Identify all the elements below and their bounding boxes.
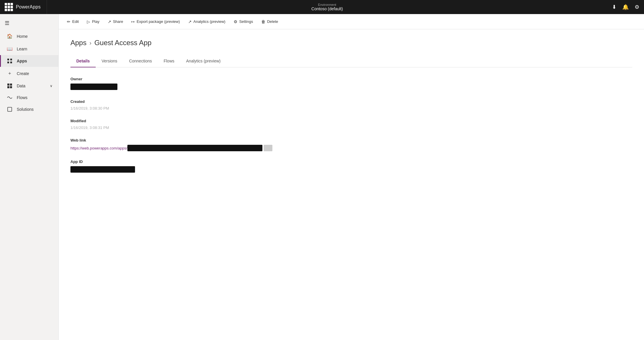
data-icon xyxy=(7,84,13,88)
breadcrumb: Apps › Guest Access App xyxy=(70,39,632,47)
weblink-copy-icon[interactable] xyxy=(264,145,272,151)
modified-section: Modified 1/16/2019, 3:08:31 PM xyxy=(70,119,632,130)
svg-rect-4 xyxy=(7,84,9,86)
tab-analytics[interactable]: Analytics (preview) xyxy=(180,55,226,67)
page-content: Apps › Guest Access App Details Versions… xyxy=(59,29,644,340)
sidebar-item-label-learn: Learn xyxy=(17,47,27,51)
export-button[interactable]: ↦ Export package (preview) xyxy=(128,17,183,26)
logo-area: PowerApps xyxy=(0,0,47,14)
tab-connections[interactable]: Connections xyxy=(123,55,158,67)
sidebar-item-create[interactable]: ＋ Create xyxy=(0,67,58,80)
modified-label: Modified xyxy=(70,119,632,123)
svg-rect-3 xyxy=(10,62,12,63)
modified-value: 1/16/2019, 3:08:31 PM xyxy=(70,125,632,130)
top-bar-actions: ⬇ 🔔 ⚙ xyxy=(607,4,644,10)
app-title: PowerApps xyxy=(16,4,41,10)
environment-info: Environment Contoso (default) xyxy=(311,3,343,11)
sidebar-item-label-solutions: Solutions xyxy=(17,107,34,112)
export-label: Export package (preview) xyxy=(136,19,180,24)
owner-label: Owner xyxy=(70,77,632,81)
play-label: Play xyxy=(92,19,99,24)
tab-flows[interactable]: Flows xyxy=(158,55,180,67)
svg-rect-8 xyxy=(8,107,12,111)
breadcrumb-separator: › xyxy=(90,40,92,46)
edit-icon: ✏ xyxy=(67,19,70,24)
created-value: 1/16/2019, 3:08:30 PM xyxy=(70,106,632,110)
learn-icon: 📖 xyxy=(7,46,13,52)
share-button[interactable]: ↗ Share xyxy=(104,17,127,26)
share-label: Share xyxy=(113,19,123,24)
sidebar-item-flows[interactable]: Flows xyxy=(0,92,58,103)
settings-gear-icon: ⚙ xyxy=(234,19,237,24)
download-icon[interactable]: ⬇ xyxy=(612,4,616,10)
breadcrumb-current: Guest Access App xyxy=(94,39,151,47)
svg-rect-1 xyxy=(10,59,12,60)
appid-section: App ID xyxy=(70,159,632,174)
analytics-label: Analytics (preview) xyxy=(193,19,225,24)
solutions-icon xyxy=(7,107,13,112)
weblink-redacted xyxy=(127,145,262,151)
sidebar-item-label-home: Home xyxy=(17,34,28,39)
svg-rect-6 xyxy=(7,86,9,88)
play-button[interactable]: ▷ Play xyxy=(83,17,103,26)
created-section: Created 1/16/2019, 3:08:30 PM xyxy=(70,99,632,110)
weblink-label: Web link xyxy=(70,138,632,142)
owner-value-redacted xyxy=(70,84,117,90)
sidebar-item-solutions[interactable]: Solutions xyxy=(0,103,58,115)
environment-label: Environment xyxy=(311,3,343,6)
play-icon: ▷ xyxy=(87,19,90,24)
svg-rect-0 xyxy=(7,59,9,60)
owner-section: Owner xyxy=(70,77,632,91)
tab-details[interactable]: Details xyxy=(70,55,96,67)
edit-label: Edit xyxy=(72,19,79,24)
sidebar-item-home[interactable]: 🏠 Home xyxy=(0,30,58,42)
breadcrumb-parent[interactable]: Apps xyxy=(70,39,87,47)
analytics-button[interactable]: ↗ Analytics (preview) xyxy=(185,17,229,26)
weblink-section: Web link https://web.powerapps.com/apps/ xyxy=(70,138,632,151)
delete-button[interactable]: 🗑 Delete xyxy=(258,17,282,26)
svg-rect-7 xyxy=(10,86,12,88)
sidebar-item-label-apps: Apps xyxy=(17,59,27,63)
share-icon: ↗ xyxy=(108,19,111,24)
settings-label: Settings xyxy=(239,19,253,24)
sidebar-item-label-create: Create xyxy=(17,71,29,76)
delete-icon: 🗑 xyxy=(261,19,265,24)
export-icon: ↦ xyxy=(131,19,135,24)
edit-button[interactable]: ✏ Edit xyxy=(63,17,82,26)
sidebar-item-data[interactable]: Data ∨ xyxy=(0,80,58,92)
top-bar: PowerApps Environment Contoso (default) … xyxy=(0,0,644,14)
sidebar-item-apps[interactable]: Apps xyxy=(0,55,58,67)
settings-button[interactable]: ⚙ Settings xyxy=(230,17,257,26)
sidebar: ☰ 🏠 Home 📖 Learn Apps ＋ Create xyxy=(0,14,59,340)
delete-label: Delete xyxy=(267,19,278,24)
main-layout: ☰ 🏠 Home 📖 Learn Apps ＋ Create xyxy=(0,14,644,340)
flows-icon xyxy=(7,96,13,100)
weblink-url[interactable]: https://web.powerapps.com/apps/ xyxy=(70,146,127,150)
tab-versions[interactable]: Versions xyxy=(96,55,123,67)
waffle-icon[interactable] xyxy=(5,3,13,11)
apps-icon xyxy=(7,59,13,63)
appid-label: App ID xyxy=(70,159,632,164)
home-icon: 🏠 xyxy=(7,33,13,39)
hamburger-menu[interactable]: ☰ xyxy=(0,16,58,30)
content-area: ✏ Edit ▷ Play ↗ Share ↦ Export package (… xyxy=(59,14,644,340)
appid-value-redacted xyxy=(70,166,135,173)
svg-rect-2 xyxy=(7,62,9,63)
analytics-icon: ↗ xyxy=(188,19,192,24)
environment-name: Contoso (default) xyxy=(311,6,343,11)
sidebar-item-label-data: Data xyxy=(17,84,26,88)
svg-rect-5 xyxy=(10,84,12,86)
notification-icon[interactable]: 🔔 xyxy=(622,4,629,10)
toolbar: ✏ Edit ▷ Play ↗ Share ↦ Export package (… xyxy=(59,14,644,29)
environment-area: Environment Contoso (default) xyxy=(47,3,607,11)
sidebar-item-label-flows: Flows xyxy=(17,95,28,100)
tabs: Details Versions Connections Flows Analy… xyxy=(70,55,632,67)
create-icon: ＋ xyxy=(7,70,13,76)
sidebar-item-learn[interactable]: 📖 Learn xyxy=(0,42,58,55)
created-label: Created xyxy=(70,99,632,104)
settings-icon[interactable]: ⚙ xyxy=(635,4,639,10)
chevron-down-icon: ∨ xyxy=(50,84,53,88)
